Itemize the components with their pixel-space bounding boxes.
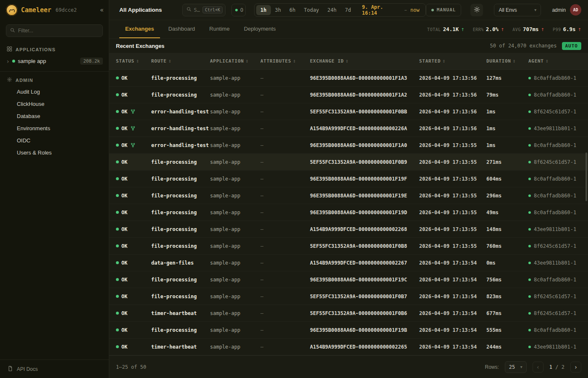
table-row[interactable]: OK file-processing sample-app — 5EF55FC3… xyxy=(109,154,588,171)
table-row[interactable]: OK file-processing sample-app — 96E395B0… xyxy=(109,204,588,221)
next-page-button[interactable]: › xyxy=(570,362,581,373)
column-header-started[interactable]: STARTED↕ xyxy=(419,58,486,64)
table-row[interactable]: OK file-processing sample-app — 5EF55FC3… xyxy=(109,238,588,255)
started-cell: 2026-04-09 17:13:54 xyxy=(419,260,486,266)
status-label: OK xyxy=(121,193,127,199)
attributes-cell: — xyxy=(260,327,310,333)
time-range-1h[interactable]: 1h xyxy=(256,5,270,15)
table-row[interactable]: OK file-processing sample-app — 96E395B0… xyxy=(109,322,588,339)
table-row[interactable]: OK timer-heartbeat sample-app — A154B9A9… xyxy=(109,339,588,355)
avatar[interactable]: AD xyxy=(570,4,581,16)
table-row[interactable]: OK error-handling-test sample-app — A154… xyxy=(109,120,588,137)
column-header-duration[interactable]: DURATION↕ xyxy=(486,58,528,64)
sidebar-item-audit-log[interactable]: Audit Log xyxy=(0,86,109,98)
table-row[interactable]: OK error-handling-test sample-app — 5EF5… xyxy=(109,103,588,120)
exchange-id-cell: 96E395B0088AA6D-000000000001F19E xyxy=(310,193,419,199)
env-select[interactable]: All Envs ▾ xyxy=(494,4,541,16)
tab-runtime[interactable]: Runtime xyxy=(203,20,235,38)
sidebar-item-users-roles[interactable]: Users & Roles xyxy=(0,147,109,159)
agent-cell: 8c0affadb860-1 xyxy=(528,142,588,148)
time-range-6h[interactable]: 6h xyxy=(285,5,299,15)
sidebar-item-environments[interactable]: Environments xyxy=(0,122,109,134)
attributes-cell: — xyxy=(260,126,310,131)
trend-up-icon: ↑ xyxy=(461,27,464,32)
status-label: OK xyxy=(121,176,127,182)
started-cell: 2026-04-09 17:13:55 xyxy=(419,159,486,165)
prev-page-button[interactable]: ‹ xyxy=(533,362,543,373)
admin-label: ADMIN xyxy=(16,78,33,83)
agent-label: 8f6245c61d57-1 xyxy=(534,243,576,249)
sidebar-filter-input[interactable] xyxy=(18,28,99,34)
status-cell: OK xyxy=(116,126,151,131)
started-cell: 2026-04-09 17:13:56 xyxy=(419,92,486,98)
agent-cell: 8f6245c61d57-1 xyxy=(528,109,588,115)
tab-dashboard[interactable]: Dashboard xyxy=(163,20,201,38)
column-header-route[interactable]: ROUTE↕ xyxy=(151,58,210,64)
sidebar-collapse-button[interactable]: « xyxy=(100,6,104,14)
global-search-button[interactable]: S… Ctrl+K xyxy=(182,4,226,16)
time-range-24h[interactable]: 24h xyxy=(323,5,341,15)
agent-status-dot-icon xyxy=(528,77,531,79)
rows-per-page-select[interactable]: 25 ▾ xyxy=(505,361,527,373)
table-row[interactable]: OK file-processing sample-app — 5EF55FC3… xyxy=(109,288,588,305)
table-row[interactable]: OK file-processing sample-app — 96E395B0… xyxy=(109,70,588,87)
sidebar-item-database[interactable]: Database xyxy=(0,110,109,122)
column-header-agent[interactable]: AGENT↕ xyxy=(528,58,588,64)
status-cell: OK xyxy=(116,176,151,182)
time-range-7d[interactable]: 7d xyxy=(341,5,355,15)
sidebar-item-clickhouse[interactable]: ClickHouse xyxy=(0,98,109,110)
tab-exchanges[interactable]: Exchanges xyxy=(119,20,160,38)
brand-title: Cameleer xyxy=(21,6,51,14)
column-header-application[interactable]: APPLICATION↕ xyxy=(210,58,260,64)
theme-toggle-button[interactable] xyxy=(470,4,483,16)
only-errors-toggle[interactable]: O xyxy=(231,4,246,16)
application-cell: sample-app xyxy=(210,75,260,81)
time-range-today[interactable]: Today xyxy=(299,5,323,15)
table-row[interactable]: OK error-handling-test sample-app — 96E3… xyxy=(109,137,588,154)
app-count-badge: 208.2k xyxy=(80,58,103,65)
route-cell: file-processing xyxy=(151,92,210,98)
status-label: OK xyxy=(121,327,127,333)
table-row[interactable]: OK file-processing sample-app — A154B9A9… xyxy=(109,221,588,238)
application-cell: sample-app xyxy=(210,142,260,148)
trend-up-icon: ↑ xyxy=(541,27,544,32)
column-header-status[interactable]: STATUS↕ xyxy=(116,58,151,64)
current-page: 1 xyxy=(549,364,552,370)
attributes-cell: — xyxy=(260,193,310,199)
status-cell: OK xyxy=(116,193,151,199)
sidebar-item-sample-app[interactable]: › sample app 208.2k xyxy=(0,55,109,67)
api-docs-link[interactable]: API Docs xyxy=(0,360,109,378)
table-row[interactable]: OK file-processing sample-app — 96E395B0… xyxy=(109,187,588,204)
brand: Cameleer 69dcce2 xyxy=(6,4,100,16)
table-row[interactable]: OK file-processing sample-app — 96E395B0… xyxy=(109,87,588,103)
started-cell: 2026-04-09 17:13:55 xyxy=(419,226,486,232)
agent-cell: 8c0affadb860-1 xyxy=(528,327,588,333)
manual-refresh-button[interactable]: MANUAL xyxy=(426,4,462,16)
auto-refresh-badge[interactable]: AUTO xyxy=(562,42,582,50)
sidebar-item-oidc[interactable]: OIDC xyxy=(0,134,109,147)
table-row[interactable]: OK file-processing sample-app — 96E395B0… xyxy=(109,271,588,288)
agent-cell: 8f6245c61d57-1 xyxy=(528,310,588,316)
agent-label: 8c0affadb860-1 xyxy=(534,75,576,81)
chevron-down-icon: ▾ xyxy=(534,8,536,12)
attributes-cell: — xyxy=(260,344,310,350)
chevron-right-icon: › xyxy=(7,58,9,64)
attributes-cell: — xyxy=(260,226,310,232)
status-cell: OK xyxy=(116,226,151,232)
fork-icon xyxy=(131,143,135,147)
column-header-exchange-id[interactable]: EXCHANGE ID↕ xyxy=(310,58,419,64)
status-label: OK xyxy=(121,126,127,131)
table-row[interactable]: OK data-gen-files sample-app — A154B9A99… xyxy=(109,255,588,271)
stat-total: TOTAL24.1K↑ xyxy=(427,26,465,32)
attributes-cell: — xyxy=(260,75,310,81)
duration-cell: 127ms xyxy=(486,75,528,81)
time-range-3h[interactable]: 3h xyxy=(271,5,285,15)
tab-deployments[interactable]: Deployments xyxy=(238,20,282,38)
started-cell: 2026-04-09 17:13:55 xyxy=(419,142,486,148)
route-cell: data-gen-files xyxy=(151,260,210,266)
route-cell: file-processing xyxy=(151,75,210,81)
column-header-attributes[interactable]: ATTRIBUTES↕ xyxy=(260,58,310,64)
scrollbar-thumb[interactable] xyxy=(585,152,587,201)
table-row[interactable]: OK timer-heartbeat sample-app — 5EF55FC3… xyxy=(109,305,588,322)
table-row[interactable]: OK file-processing sample-app — 96E395B0… xyxy=(109,171,588,187)
